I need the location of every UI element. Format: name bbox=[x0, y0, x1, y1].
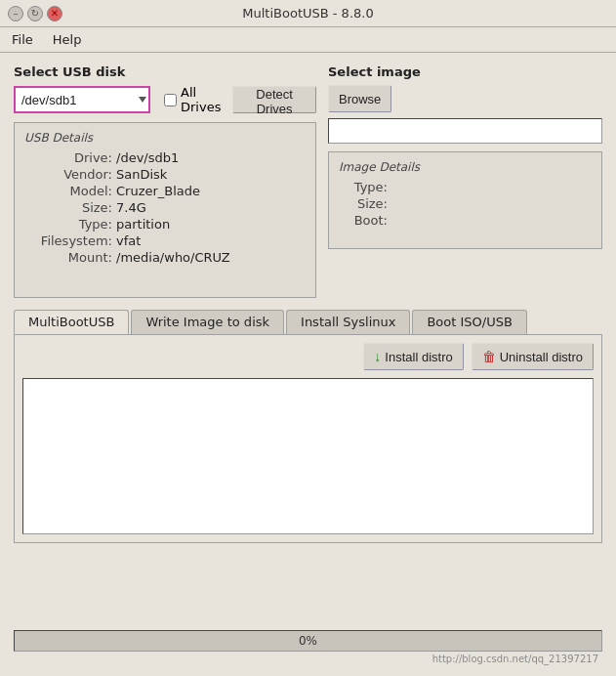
all-drives-check: All Drives bbox=[164, 85, 226, 114]
type-value: partition bbox=[116, 217, 170, 232]
mount-value: /media/who/CRUZ bbox=[116, 250, 230, 265]
filesystem-value: vfat bbox=[116, 233, 141, 248]
tab-action-row: ↓ Install distro 🗑 Uninstall distro bbox=[22, 343, 594, 370]
install-distro-button[interactable]: ↓ Install distro bbox=[363, 343, 463, 370]
image-type-label: Type: bbox=[339, 180, 388, 194]
image-details-title: Image Details bbox=[339, 160, 592, 174]
install-arrow-icon: ↓ bbox=[374, 349, 381, 364]
type-label: Type: bbox=[24, 217, 112, 232]
size-label: Size: bbox=[24, 200, 112, 215]
browse-button[interactable]: Browse bbox=[328, 85, 391, 112]
left-panel: Select USB disk /dev/sdb1 All Drives Det… bbox=[14, 64, 316, 298]
progress-container: 0% bbox=[14, 630, 602, 652]
watermark-text: http://blog.csdn.net/qq_21397217 bbox=[14, 654, 602, 664]
minimize-button[interactable]: – bbox=[8, 6, 23, 21]
tab-boot-iso-usb[interactable]: Boot ISO/USB bbox=[412, 310, 526, 334]
right-panel: Select image Browse Image Details Type: … bbox=[328, 64, 602, 249]
close-button[interactable]: ✕ bbox=[47, 6, 62, 21]
detail-row-drive: Drive: /dev/sdb1 bbox=[24, 150, 306, 165]
tab-write-image[interactable]: Write Image to disk bbox=[131, 310, 284, 334]
top-section: Select USB disk /dev/sdb1 All Drives Det… bbox=[14, 64, 602, 298]
image-path-field[interactable] bbox=[328, 118, 602, 144]
tab-bar: MultiBootUSB Write Image to disk Install… bbox=[14, 310, 602, 334]
usb-disk-select[interactable]: /dev/sdb1 bbox=[14, 86, 150, 113]
tabs-section: MultiBootUSB Write Image to disk Install… bbox=[14, 310, 602, 543]
vendor-value: SanDisk bbox=[116, 167, 167, 182]
progress-bar-section: 0% http://blog.csdn.net/qq_21397217 bbox=[14, 626, 602, 664]
window-title: MultiBootUSB - 8.8.0 bbox=[66, 6, 550, 21]
mount-label: Mount: bbox=[24, 250, 112, 265]
image-type-row: Type: bbox=[339, 180, 592, 194]
uninstall-trash-icon: 🗑 bbox=[482, 349, 496, 364]
model-label: Model: bbox=[24, 184, 112, 198]
all-drives-label: All Drives bbox=[181, 85, 226, 114]
distro-list bbox=[22, 378, 594, 534]
tab-multibootusb[interactable]: MultiBootUSB bbox=[14, 310, 129, 334]
detect-drives-button[interactable]: Detect Drives bbox=[232, 86, 316, 113]
detail-row-filesystem: Filesystem: vfat bbox=[24, 233, 306, 248]
image-top-row: Browse bbox=[328, 85, 602, 112]
usb-select-wrapper: /dev/sdb1 bbox=[14, 86, 150, 113]
usb-disk-row: /dev/sdb1 All Drives Detect Drives bbox=[14, 85, 316, 114]
progress-label: 0% bbox=[299, 634, 317, 648]
all-drives-checkbox[interactable] bbox=[164, 94, 177, 106]
usb-details-title: USB Details bbox=[24, 131, 306, 145]
menu-bar: File Help bbox=[0, 27, 616, 53]
image-details-panel: Image Details Type: Size: Boot: bbox=[328, 151, 602, 249]
menu-file[interactable]: File bbox=[8, 30, 37, 49]
detail-row-type: Type: partition bbox=[24, 217, 306, 232]
detail-row-size: Size: 7.4G bbox=[24, 200, 306, 215]
title-bar: – ↻ ✕ MultiBootUSB - 8.8.0 bbox=[0, 0, 616, 27]
usb-section-label: Select USB disk bbox=[14, 64, 316, 79]
drive-value: /dev/sdb1 bbox=[116, 150, 179, 165]
vendor-label: Vendor: bbox=[24, 167, 112, 182]
detail-row-vendor: Vendor: SanDisk bbox=[24, 167, 306, 182]
drive-label: Drive: bbox=[24, 150, 112, 165]
size-value: 7.4G bbox=[116, 200, 146, 215]
tab-content-multibootusb: ↓ Install distro 🗑 Uninstall distro bbox=[14, 334, 602, 543]
image-boot-label: Boot: bbox=[339, 213, 388, 228]
image-section-label: Select image bbox=[328, 64, 602, 79]
detail-row-mount: Mount: /media/who/CRUZ bbox=[24, 250, 306, 265]
menu-help[interactable]: Help bbox=[49, 30, 86, 49]
model-value: Cruzer_Blade bbox=[116, 184, 200, 198]
tab-install-syslinux[interactable]: Install Syslinux bbox=[286, 310, 410, 334]
maximize-button[interactable]: ↻ bbox=[27, 6, 43, 21]
detail-row-model: Model: Cruzer_Blade bbox=[24, 184, 306, 198]
uninstall-distro-button[interactable]: 🗑 Uninstall distro bbox=[472, 343, 594, 370]
usb-details-panel: USB Details Drive: /dev/sdb1 Vendor: San… bbox=[14, 122, 316, 298]
main-window: Select USB disk /dev/sdb1 All Drives Det… bbox=[0, 53, 616, 676]
image-size-row: Size: bbox=[339, 196, 592, 211]
image-boot-row: Boot: bbox=[339, 213, 592, 228]
image-size-label: Size: bbox=[339, 196, 388, 211]
filesystem-label: Filesystem: bbox=[24, 233, 112, 248]
